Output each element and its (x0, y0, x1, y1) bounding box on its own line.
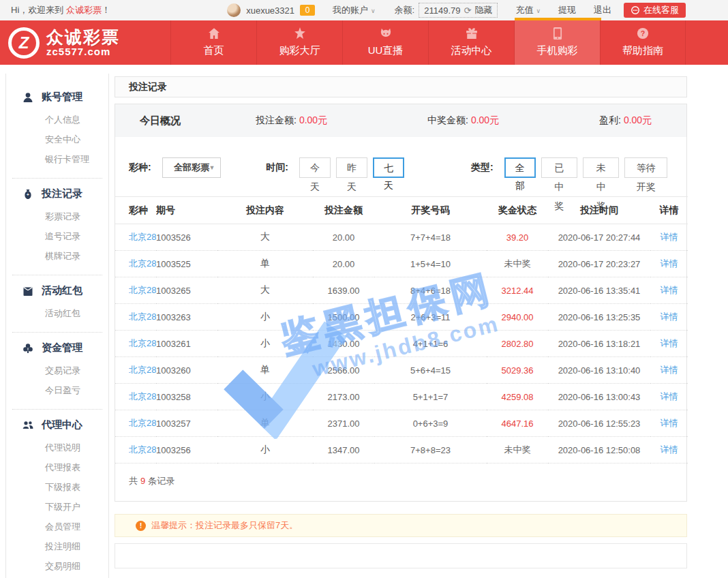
filter-button-已中奖[interactable]: 已中奖 (541, 157, 577, 178)
sidebar-item-代理报表[interactable]: 代理报表 (12, 457, 102, 477)
main-nav: 首页 购彩大厅 UU直播 活动中心 手机购彩 ? 帮助指南 (170, 20, 686, 65)
nav-item-活动中心[interactable]: 活动中心 (428, 20, 514, 65)
lottery-name-link[interactable]: 北京28 (115, 437, 156, 463)
lottery-name-link[interactable]: 北京28 (115, 410, 156, 437)
headset-icon (631, 5, 640, 15)
issue-number: 1003260 (156, 357, 217, 384)
sidebar-item-下级报表[interactable]: 下级报表 (12, 477, 102, 497)
issue-number: 1003256 (156, 437, 217, 463)
sidebar-section: 账号管理 个人信息安全中心银行卡管理 (12, 74, 102, 179)
bet-amount: 2566.00 (313, 357, 374, 384)
help-icon: ? (637, 27, 649, 40)
warning-icon: ! (136, 521, 146, 531)
sidebar-item-会员管理[interactable]: 会员管理 (12, 517, 102, 536)
nav-item-首页[interactable]: 首页 (170, 20, 256, 65)
sidebar-item-棋牌记录[interactable]: 棋牌记录 (12, 246, 102, 266)
user-icon (22, 92, 33, 103)
logout-link[interactable]: 退出 (594, 4, 611, 16)
sidebar-item-交易明细[interactable]: 交易明细 (12, 556, 102, 576)
lottery-name-link[interactable]: 北京28 (115, 357, 156, 384)
my-account-menu[interactable]: 我的账户∨ (333, 4, 376, 16)
sidebar-section-投注记录[interactable]: + 投注记录 (12, 187, 102, 200)
sidebar-item-个人信息[interactable]: 个人信息 (12, 110, 102, 130)
today-bet-stat: 投注金额:0.00元 (256, 115, 427, 127)
nav-item-UU直播[interactable]: UU直播 (342, 20, 428, 65)
detail-link[interactable]: 详情 (650, 277, 688, 304)
sidebar-item-投注明细[interactable]: 投注明细 (12, 536, 102, 556)
issue-number: 1003263 (156, 304, 217, 331)
lottery-name-link[interactable]: 北京28 (115, 224, 156, 251)
bet-amount: 1500.00 (313, 304, 374, 331)
column-header-期号: 期号 (156, 197, 217, 224)
online-service-label: 在线客服 (643, 3, 679, 18)
detail-link[interactable]: 详情 (650, 224, 688, 251)
sidebar-section: 资金管理 交易记录今日盈亏 (12, 333, 102, 410)
filter-button-七天[interactable]: 七天 (373, 157, 404, 178)
select-arrow-icon: ▼ (209, 164, 215, 171)
draw-numbers: 5+1+1=7 (374, 384, 487, 410)
column-header-详情: 详情 (650, 197, 688, 224)
column-header-彩种: 彩种 (115, 197, 156, 224)
prize-status: 未中奖 (487, 437, 548, 463)
recharge-menu[interactable]: 充值∨ (515, 4, 541, 16)
sidebar-section-账号管理[interactable]: 账号管理 (12, 91, 102, 104)
detail-link[interactable]: 详情 (650, 304, 688, 331)
filters-bar: 彩种: 全部彩票▼ 时间: 今天昨天七天 类型: 全部已中奖未中奖等待开奖 (115, 137, 686, 196)
lottery-name-link[interactable]: 北京28 (115, 331, 156, 357)
sidebar-item-银行卡管理[interactable]: 银行卡管理 (12, 149, 102, 169)
detail-link[interactable]: 详情 (650, 437, 688, 463)
filter-button-全部[interactable]: 全部 (504, 157, 536, 178)
sidebar-section-代理中心[interactable]: 代理中心 (12, 419, 102, 431)
filter-button-昨天[interactable]: 昨天 (336, 157, 367, 178)
bet-time: 2020-06-16 13:25:35 (548, 304, 650, 331)
nav-item-帮助指南[interactable]: ? 帮助指南 (600, 20, 686, 65)
hide-balance-link[interactable]: 隐藏 (474, 4, 492, 16)
topbar: Hi，欢迎来到 众诚彩票！ xuexue3321 0 我的账户∨ 余额: 211… (0, 0, 728, 20)
draw-numbers: 5+6+4=15 (374, 357, 487, 384)
detail-link[interactable]: 详情 (650, 410, 688, 437)
red-packet-icon (22, 286, 33, 296)
total-prefix: 共 (129, 476, 138, 486)
lottery-name-link[interactable]: 北京28 (115, 304, 156, 331)
sidebar-section-资金管理[interactable]: 资金管理 (12, 341, 102, 354)
sidebar-item-安全中心[interactable]: 安全中心 (12, 130, 102, 149)
time-filter-group: 今天昨天七天 (299, 157, 410, 178)
lottery-name-link[interactable]: 北京28 (115, 384, 156, 410)
sidebar-item-代理说明[interactable]: 代理说明 (12, 438, 102, 457)
bet-content: 大 (217, 277, 313, 304)
sidebar: 账号管理 个人信息安全中心银行卡管理 + 投注记录 彩票记录追号记录棋牌记录 活… (5, 74, 109, 578)
bet-time: 2020-06-16 13:10:40 (548, 357, 650, 384)
lottery-name-link[interactable]: 北京28 (115, 251, 156, 277)
sidebar-item-活动红包[interactable]: 活动红包 (12, 303, 102, 323)
filter-button-未中奖[interactable]: 未中奖 (583, 157, 619, 178)
detail-link[interactable]: 详情 (650, 384, 688, 410)
withdraw-link[interactable]: 提现 (558, 4, 576, 16)
refresh-icon[interactable]: ⟳ (464, 5, 472, 16)
sidebar-item-今日盈亏[interactable]: 今日盈亏 (12, 380, 102, 400)
sidebar-item-交易记录[interactable]: 交易记录 (12, 361, 102, 380)
detail-link[interactable]: 详情 (650, 331, 688, 357)
sidebar-item-彩票记录[interactable]: 彩票记录 (12, 207, 102, 226)
sidebar-item-追号记录[interactable]: 追号记录 (12, 226, 102, 246)
online-service-button[interactable]: 在线客服 (624, 3, 686, 18)
message-count-badge[interactable]: 0 (300, 5, 315, 16)
sidebar-section-活动红包[interactable]: 活动红包 (12, 284, 102, 297)
detail-link[interactable]: 详情 (650, 357, 688, 384)
zc-logo-icon: Z (8, 27, 40, 59)
table-row: 北京28 1003261 小 1430.00 4+1+1=6 2802.80 2… (115, 331, 688, 357)
filter-button-今天[interactable]: 今天 (299, 157, 331, 178)
bet-amount: 2173.00 (313, 384, 374, 410)
draw-numbers: 2+6+3=11 (374, 304, 487, 331)
nav-item-购彩大厅[interactable]: 购彩大厅 (256, 20, 342, 65)
lottery-select[interactable]: 全部彩票▼ (162, 157, 222, 178)
detail-link[interactable]: 详情 (650, 251, 688, 277)
lottery-name-link[interactable]: 北京28 (115, 277, 156, 304)
total-count: 9 (140, 476, 145, 486)
nav-item-手机购彩[interactable]: 手机购彩 (514, 20, 600, 65)
lottery-select-value: 全部彩票 (174, 162, 209, 174)
sidebar-item-下级开户[interactable]: 下级开户 (12, 497, 102, 517)
chevron-down-icon: ∨ (371, 7, 376, 14)
bet-amount: 1347.00 (313, 437, 374, 463)
filter-button-等待开奖[interactable]: 等待开奖 (624, 157, 667, 178)
site-logo[interactable]: Z 众诚彩票 zc5577.com (0, 20, 170, 65)
